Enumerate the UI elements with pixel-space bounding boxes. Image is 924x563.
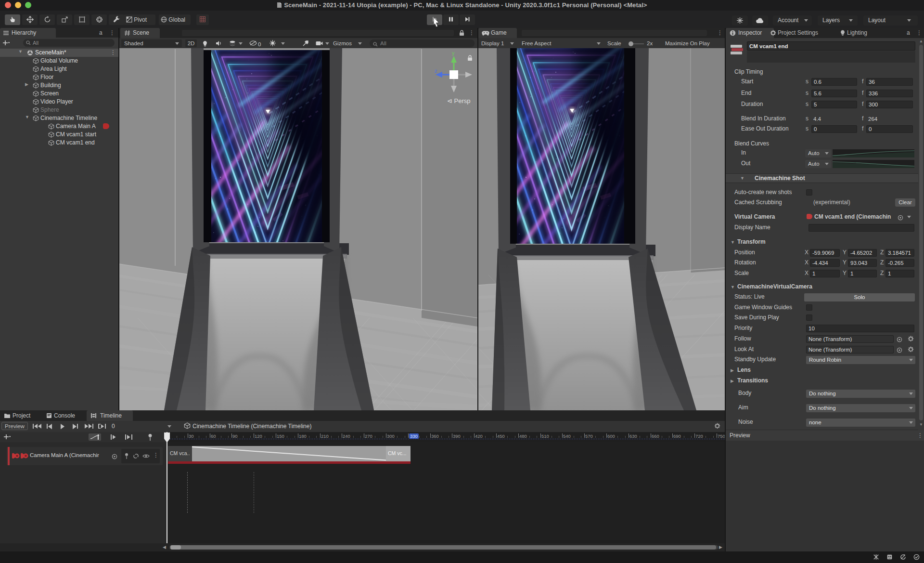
svg-text:⊲ Persp: ⊲ Persp — [447, 97, 470, 105]
svg-text:z: z — [435, 68, 437, 74]
svg-text:y: y — [452, 52, 455, 56]
